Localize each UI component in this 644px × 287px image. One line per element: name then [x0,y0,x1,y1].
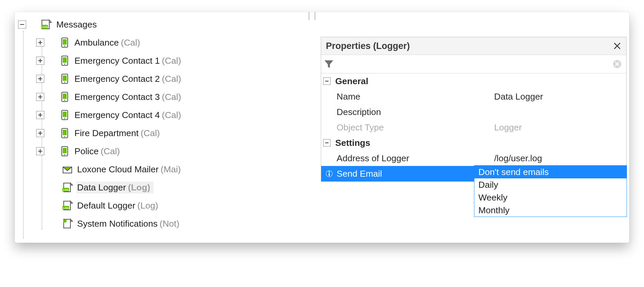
expand-icon[interactable] [36,39,44,47]
group-label: General [335,76,368,87]
collapse-icon[interactable] [323,139,331,147]
tree-node[interactable]: Emergency Contact 4(Cal) [18,106,226,124]
svg-rect-11 [63,75,67,81]
prop-key: Name [321,89,489,104]
tree-node[interactable]: Fire Department(Cal) [18,124,226,142]
prop-key: Send Email [321,166,489,181]
tree-label-text: Police [74,146,99,156]
prop-value[interactable] [489,104,626,120]
tree-label: Loxone Cloud Mailer(Mai) [77,164,181,175]
prop-key: Address of Logger [321,151,489,166]
prop-key: Object Type [321,120,489,135]
tree-connector [47,78,57,79]
svg-point-42 [329,171,330,172]
log-folder-icon: LOG [41,19,52,30]
tree-label-suffix: (Cal) [162,110,181,120]
tree-node[interactable]: Police(Cal) [18,142,226,160]
tree-node[interactable]: System Notifications(Not) [18,215,226,233]
tree-label-suffix: (Cal) [162,92,181,102]
expand-icon[interactable] [36,93,44,101]
collapse-icon[interactable] [323,77,331,85]
phone-icon [59,146,70,157]
close-button[interactable] [612,41,622,51]
tree-node[interactable]: Emergency Contact 2(Cal) [18,70,226,88]
group-general[interactable]: General [321,73,626,89]
dropdown-option[interactable]: Don't send emails [474,166,627,178]
properties-panel: Properties (Logger) General Name Data Lo… [321,37,627,182]
svg-point-6 [64,45,65,46]
svg-marker-31 [70,201,72,203]
prop-value: Logger [489,120,626,135]
phone-icon [59,73,70,84]
svg-rect-14 [63,94,67,99]
tree-label: Emergency Contact 4(Cal) [74,110,181,120]
tree-label: Default Logger(Log) [77,200,158,211]
tree-label-text: Data Logger [77,182,126,192]
send-email-dropdown[interactable]: Don't send emailsDailyWeeklyMonthly [474,165,627,217]
collapse-icon[interactable] [18,20,26,28]
tree-label-text: Loxone Cloud Mailer [77,164,159,174]
phone-icon [59,127,70,139]
prop-row-description[interactable]: Description [321,104,626,120]
expand-icon[interactable] [36,111,44,119]
svg-rect-5 [63,39,67,45]
tree-label-suffix: (Mai) [161,164,181,174]
prop-value[interactable]: Data Logger [489,89,626,104]
tree-label: Emergency Contact 1(Cal) [74,56,181,66]
splitter-handle[interactable] [303,12,322,22]
filter-icon[interactable] [323,58,335,70]
expand-icon[interactable] [36,147,44,155]
svg-text:LOG: LOG [63,207,68,210]
tree-node[interactable]: LOGDefault Logger(Log) [18,196,226,215]
tree-label: Emergency Contact 3(Cal) [74,92,181,102]
svg-point-24 [64,154,65,155]
tree-label-text: Ambulance [74,38,119,48]
tree-connector [47,133,57,133]
tree-label-text: Emergency Contact 4 [74,110,160,120]
tree-connector [47,151,57,152]
dropdown-option[interactable]: Monthly [474,204,627,217]
tree-connector [47,42,57,43]
svg-marker-27 [70,183,72,185]
expand-icon[interactable] [36,75,44,83]
prop-value[interactable]: /log/user.log [489,151,626,166]
expand-icon[interactable] [36,129,44,137]
log-icon: LOG [62,182,73,193]
tree-label-suffix: (Cal) [162,56,181,66]
log-icon: LOG [62,200,73,211]
info-icon[interactable] [325,169,334,178]
tree-node[interactable]: Emergency Contact 1(Cal) [18,52,226,70]
phone-icon [59,37,70,48]
svg-text:LOG: LOG [63,188,68,191]
tree-label-suffix: (Cal) [121,38,140,48]
prop-row-name[interactable]: Name Data Logger [321,89,626,104]
tree-label: Ambulance(Cal) [74,38,140,48]
tree-connector [50,187,60,188]
tree-label-suffix: (Cal) [140,128,160,138]
prop-row-address[interactable]: Address of Logger /log/user.log [321,151,626,166]
tree-node[interactable]: LOGData Logger(Log) [18,178,226,196]
tree-label: Data Logger(Log) [76,182,154,193]
mailer-icon [62,164,73,175]
tree-node[interactable]: Ambulance(Cal) [18,34,226,52]
expand-icon[interactable] [36,57,44,65]
tree-node[interactable]: Loxone Cloud Mailer(Mai) [18,160,226,178]
phone-icon [59,55,70,66]
tree-label-suffix: (Log) [137,200,158,211]
nav-tree: LOG Messages Ambulance(Cal)Emergency Con… [18,15,226,233]
tree-connector [47,60,57,61]
tree-node-messages[interactable]: LOG Messages [18,15,226,34]
dropdown-option[interactable]: Daily [474,178,627,191]
dropdown-option[interactable]: Weekly [474,191,627,204]
svg-marker-35 [70,219,72,221]
tree-label-text: Emergency Contact 1 [74,56,160,66]
phone-icon [59,109,70,121]
tree-label-text: Fire Department [74,128,138,138]
clear-filter-button[interactable] [612,59,622,69]
app-frame: LOG Messages Ambulance(Cal)Emergency Con… [15,12,629,243]
tree-label-text: System Notifications [77,219,158,229]
tree-label: Messages [56,19,97,30]
group-settings[interactable]: Settings [321,135,626,151]
tree-label-suffix: (Cal) [101,146,120,156]
tree-node[interactable]: Emergency Contact 3(Cal) [18,88,226,106]
